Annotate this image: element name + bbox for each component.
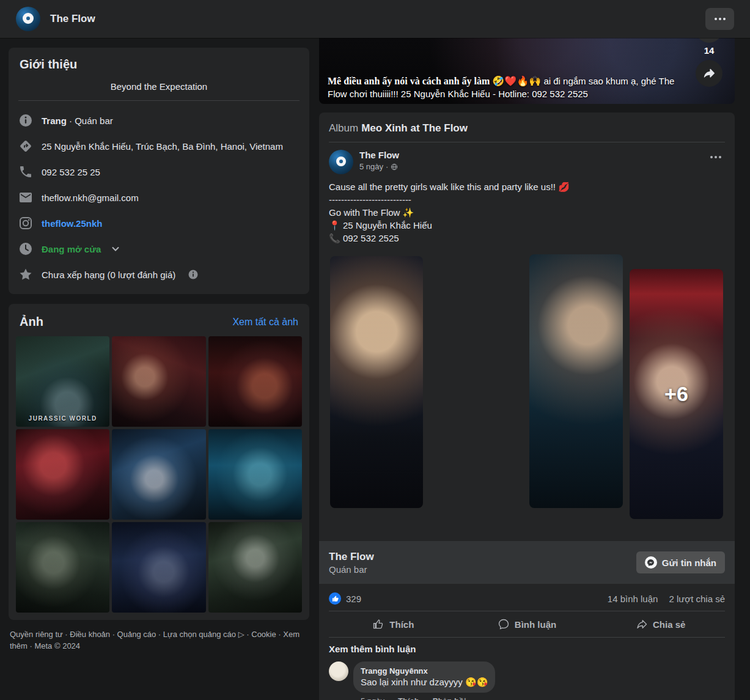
post-line: Cause all the pretty girls walk like thi… [329,180,725,193]
chevron-down-icon [111,244,120,254]
phone-text: 092 532 25 25 [42,167,100,177]
instagram-icon [18,216,33,230]
address-row: 25 Nguyễn Khắc Hiếu, Trúc Bạch, Ba Đình,… [18,139,300,153]
see-more-comments-link[interactable]: Xem thêm bình luận [319,638,735,658]
sidebar-photo-2[interactable] [112,336,205,427]
reaction-stats: 329 14 bình luận 2 lượt chia sẻ [319,584,735,611]
email-row: theflow.nkh@gmail.com [18,190,300,205]
video-caption: Mê điều anh ấy nói và cách anh ấy làm 🤣❤… [328,75,677,100]
sidebar-photo-5[interactable] [112,429,205,520]
post-more-button[interactable] [707,150,725,164]
post-line: 📞 092 532 2525 [329,232,725,245]
sidebar-photo-9[interactable] [208,522,302,613]
sidebar-photo-8[interactable] [112,522,205,613]
star-icon [18,267,33,282]
instagram-row: theflow.25nkh [18,216,300,230]
comment-bubble-icon [498,618,510,630]
sidebar-photo-1[interactable]: JURASSIC WORLD [16,336,109,427]
send-message-button[interactable]: Gửi tin nhắn [636,551,725,573]
album-post-card: AlbumMeo Xinh at The Flow The Flow 5 ngà… [319,112,735,700]
post-timestamp[interactable]: 5 ngày· [359,162,399,171]
photos-card: Ảnh Xem tất cả ảnh JURASSIC WORLD [9,304,309,620]
globe-icon [391,163,398,171]
phone-icon [18,164,33,179]
hours-row[interactable]: Đang mở cửa [18,241,300,256]
commenter-avatar[interactable] [329,661,348,681]
commenter-name-link[interactable]: Trangg Nguyênnx [361,666,488,676]
top-nav: The Flow [0,0,750,38]
sidebar: Giới thiệu Beyond the Expectation Trang … [9,48,309,652]
post-avatar[interactable] [329,150,353,174]
nav-more-button[interactable] [705,8,734,30]
action-bar: Thích Bình luận Chia sẻ [326,613,727,636]
sidebar-photo-3[interactable] [208,336,302,427]
sidebar-photo-7[interactable] [16,522,109,613]
more-icon [715,18,717,20]
share-count[interactable]: 2 lượt chia sẻ [669,594,725,604]
divider [329,611,725,611]
phone-row: 092 532 25 25 [18,164,300,179]
open-status-text: Đang mở cửa [42,244,101,254]
like-reaction-icon[interactable] [329,592,341,605]
video-player[interactable]: Mê điều anh ấy nói và cách anh ấy làm 🤣❤… [319,38,735,104]
rating-text: Chưa xếp hạng (0 lượt đánh giá) [42,270,175,280]
photos-title: Ảnh [20,315,43,329]
photo-caption: JURASSIC WORLD [16,415,109,422]
rating-info-icon[interactable] [188,269,199,280]
like-count[interactable]: 329 [346,594,361,604]
share-arrow-icon [702,67,716,80]
page-name-link[interactable]: The Flow [329,551,374,563]
post-author-link[interactable]: The Flow [359,150,399,160]
comment-time[interactable]: 5 ngày [361,696,384,700]
comment-text: Sao lại xinh như dzayyyy 😘😘 [361,677,488,688]
facebook-page: The Flow Giới thiệu Beyond the Expectati… [0,0,750,700]
photo-grid: JURASSIC WORLD [16,336,302,613]
post-photo-1[interactable] [330,256,423,508]
sidebar-photo-4[interactable] [16,429,109,520]
like-button[interactable]: Thích [326,613,460,636]
instagram-link[interactable]: theflow.25nkh [42,218,102,229]
rating-row: Chưa xếp hạng (0 lượt đánh giá) [18,267,300,282]
more-icon [710,156,713,158]
intro-title: Giới thiệu [18,57,300,72]
post-photo-3[interactable] [529,254,623,508]
comment-button[interactable]: Bình luận [460,613,594,636]
share-arrow-icon [636,618,648,630]
page-attachment-bar: The Flow Quán bar Gửi tin nhắn [319,541,735,584]
post-line: --------------------------- [329,193,725,206]
share-button[interactable]: Chia sẻ [594,613,727,636]
album-label: Album [329,122,358,134]
page-category: Quán bar [329,564,374,575]
see-all-photos-link[interactable]: Xem tất cả ảnh [232,317,298,328]
info-icon [18,113,33,128]
comment-count[interactable]: 14 bình luận [608,594,658,604]
thumb-up-icon [372,618,384,630]
comment-reply-link[interactable]: Phản hồi [433,696,466,700]
post-header: The Flow 5 ngày· [319,142,735,174]
comment-bubble: Trangg Nguyênnx Sao lại xinh như dzayyyy… [353,661,495,693]
comment-item: Trangg Nguyênnx Sao lại xinh như dzayyyy… [319,658,735,700]
comment-like-link[interactable]: Thích [398,696,419,700]
email-icon [18,190,33,205]
legal-footer[interactable]: Quyền riêng tư · Điều khoản · Quảng cáo … [10,628,311,652]
logo-ring-icon [23,13,34,24]
page-type-row: Trang · Quán bar [18,113,300,128]
comment-button-partial[interactable] [696,38,722,43]
divider [18,100,300,101]
post-photo-2[interactable] [430,270,523,521]
intro-card: Giới thiệu Beyond the Expectation Trang … [9,48,309,294]
main-column: Mê điều anh ấy nói và cách anh ấy làm 🤣❤… [319,38,735,700]
video-share-count: 14 [694,45,724,56]
more-photos-overlay[interactable]: +6 [630,269,723,519]
post-photo-4[interactable]: +6 [630,269,723,519]
email-text: theflow.nkh@gmail.com [42,193,139,203]
nav-page-title[interactable]: The Flow [50,13,95,25]
page-logo[interactable] [16,7,40,31]
album-title-link[interactable]: Meo Xinh at The Flow [361,122,468,134]
post-line: 📍 25 Nguyễn Khắc Hiếu [329,219,725,232]
video-share-button[interactable] [696,60,722,87]
comment-meta: 5 ngày Thích Phản hồi [361,696,495,700]
post-line: Go with The Flow ✨ [329,206,725,219]
sidebar-photo-6[interactable] [208,429,302,520]
video-action-rail: 14 [694,38,724,104]
